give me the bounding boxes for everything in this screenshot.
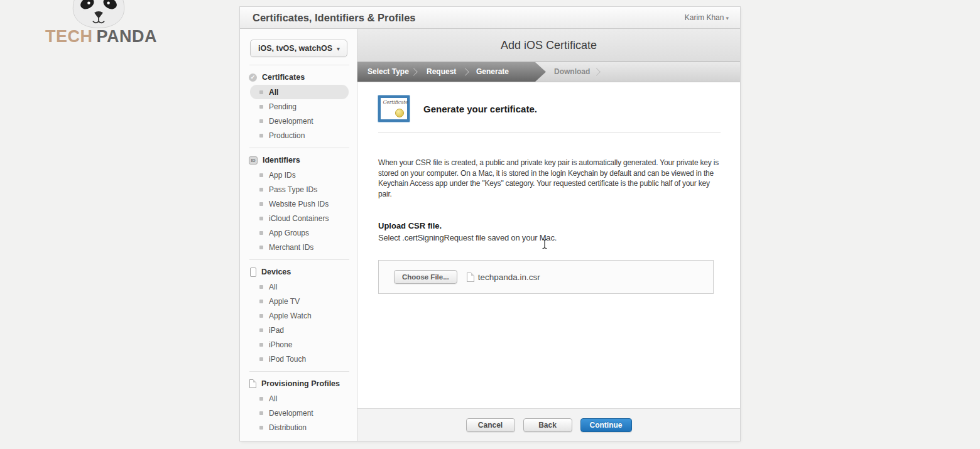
sidebar: iOS, tvOS, watchOS ▾ ✓ Certificates All	[240, 29, 357, 441]
bullet-icon	[259, 90, 263, 94]
sidebar-item-profiles-all[interactable]: All	[250, 391, 349, 406]
sidebar-item-label: iPhone	[269, 340, 292, 349]
logo-word-tech: TECH	[45, 27, 93, 46]
portal-header: Certificates, Identifiers & Profiles Kar…	[240, 7, 740, 29]
section-divider	[378, 133, 721, 133]
sidebar-item-label: iPad	[269, 326, 284, 335]
continue-button[interactable]: Continue	[580, 418, 632, 432]
certificate-icon: Certificate	[378, 95, 410, 122]
bullet-icon	[259, 173, 263, 177]
sidebar-header-devices[interactable]: Devices	[240, 264, 357, 279]
chevron-down-icon: ▾	[726, 15, 729, 21]
certificate-seal-icon: ✓	[249, 73, 257, 82]
text-cursor-icon	[542, 239, 548, 249]
bullet-icon	[259, 202, 263, 206]
logo-word-panda: PANDA	[97, 27, 158, 46]
sidebar-item-profiles-development[interactable]: Development	[250, 406, 349, 420]
sidebar-item-app-ids[interactable]: App IDs	[250, 168, 349, 182]
sidebar-header-label: Identifiers	[263, 156, 300, 165]
sidebar-item-label: Pending	[269, 102, 297, 111]
bullet-icon	[259, 105, 263, 109]
sidebar-header-label: Devices	[261, 268, 291, 276]
sidebar-item-label: Merchant IDs	[269, 243, 313, 252]
sidebar-header-provisioning-profiles[interactable]: Provisioning Profiles	[240, 376, 357, 391]
bullet-icon	[259, 231, 263, 235]
mobile-device-icon	[250, 268, 256, 277]
sidebar-item-apple-tv[interactable]: Apple TV	[250, 294, 349, 308]
upload-csr-heading: Upload CSR file.	[378, 221, 721, 230]
step-download: Download	[554, 62, 590, 82]
sidebar-header-label: Provisioning Profiles	[261, 379, 340, 388]
sidebar-item-development[interactable]: Development	[250, 114, 349, 128]
step-select-type: Select Type	[368, 62, 409, 82]
sidebar-item-production[interactable]: Production	[250, 128, 349, 143]
bullet-icon	[259, 343, 263, 347]
id-badge-icon: ID	[249, 156, 258, 165]
sidebar-item-app-groups[interactable]: App Groups	[250, 225, 349, 240]
sidebar-section-identifiers: ID Identifiers App IDs Pass Type IDs Web…	[240, 148, 357, 259]
logo-wordmark: TECHPANDA	[45, 27, 152, 46]
sidebar-item-pending[interactable]: Pending	[250, 99, 349, 114]
sidebar-item-label: Pass Type IDs	[269, 185, 317, 194]
sidebar-item-label: All	[269, 283, 277, 291]
user-name: Karim Khan	[685, 13, 724, 22]
bullet-icon	[259, 426, 263, 430]
platform-selector[interactable]: iOS, tvOS, watchOS ▾	[250, 40, 347, 57]
sidebar-section-certificates: ✓ Certificates All Pending Development	[240, 65, 357, 148]
sidebar-item-icloud-containers[interactable]: iCloud Containers	[250, 211, 349, 225]
generate-section: Certificate Generate your certificate. W…	[357, 82, 740, 408]
sidebar-item-label: iPod Touch	[269, 355, 306, 364]
sidebar-item-pass-type-ids[interactable]: Pass Type IDs	[250, 182, 349, 197]
bullet-icon	[259, 217, 263, 220]
wizard-title-bar: Add iOS Certificate	[357, 29, 740, 62]
sidebar-item-label: App IDs	[269, 171, 296, 180]
sidebar-item-ipad[interactable]: iPad	[250, 323, 349, 337]
step-generate: Generate	[476, 62, 509, 82]
chevron-right-icon	[592, 68, 601, 76]
sidebar-section-devices: Devices All Apple TV Apple Watch	[240, 260, 357, 371]
sidebar-item-label: All	[269, 394, 277, 403]
screen: TECHPANDA Certificates, Identifiers & Pr…	[0, 0, 980, 449]
sidebar-item-website-push-ids[interactable]: Website Push IDs	[250, 197, 349, 211]
choose-file-button[interactable]: Choose File...	[394, 270, 457, 284]
document-icon	[249, 379, 256, 388]
wizard-footer: Cancel Back Continue	[357, 408, 740, 441]
sidebar-item-label: Apple TV	[269, 297, 300, 306]
cancel-button[interactable]: Cancel	[466, 418, 515, 432]
file-icon	[467, 273, 474, 282]
sidebar-item-label: Distribution	[269, 423, 307, 432]
selected-file-chip: techpanda.in.csr	[467, 273, 540, 282]
wizard-steps-bar: Select Type Request Generate Download	[357, 62, 740, 82]
sidebar-item-iphone[interactable]: iPhone	[250, 337, 349, 352]
bullet-icon	[259, 328, 263, 332]
sidebar-item-certificates-all[interactable]: All	[250, 85, 349, 99]
bullet-icon	[259, 314, 263, 318]
sidebar-header-identifiers[interactable]: ID Identifiers	[240, 153, 357, 168]
sidebar-item-label: iCloud Containers	[269, 214, 329, 223]
upload-csr-instruction: Select .certSigningRequest file saved on…	[378, 233, 721, 242]
sidebar-item-apple-watch[interactable]: Apple Watch	[250, 308, 349, 323]
portal-body: iOS, tvOS, watchOS ▾ ✓ Certificates All	[240, 29, 740, 441]
sidebar-item-label: Website Push IDs	[269, 200, 329, 208]
csr-explanation-text: When your CSR file is created, a public …	[378, 158, 721, 199]
sidebar-item-merchant-ids[interactable]: Merchant IDs	[250, 240, 349, 254]
sidebar-item-label: Development	[269, 117, 313, 126]
bullet-icon	[259, 357, 263, 361]
developer-portal-panel: Certificates, Identifiers & Profiles Kar…	[240, 7, 740, 441]
back-button[interactable]: Back	[523, 418, 572, 432]
sidebar-item-ipod-touch[interactable]: iPod Touch	[250, 352, 349, 366]
bullet-icon	[259, 134, 263, 138]
sidebar-header-certificates[interactable]: ✓ Certificates	[240, 70, 357, 85]
panda-icon	[66, 0, 131, 30]
sidebar-item-profiles-distribution[interactable]: Distribution	[250, 420, 349, 435]
wizard-title: Add iOS Certificate	[501, 39, 597, 52]
chevron-down-icon: ▾	[337, 45, 340, 52]
portal-title: Certificates, Identifiers & Profiles	[253, 12, 416, 24]
sidebar-item-devices-all[interactable]: All	[250, 279, 349, 294]
sidebar-item-label: Apple Watch	[269, 311, 312, 320]
platform-selector-value: iOS, tvOS, watchOS	[258, 44, 332, 53]
bullet-icon	[259, 246, 263, 249]
sidebar-section-provisioning-profiles: Provisioning Profiles All Development Di…	[240, 372, 357, 440]
sidebar-item-label: All	[269, 88, 278, 97]
user-menu[interactable]: Karim Khan▾	[685, 13, 729, 22]
